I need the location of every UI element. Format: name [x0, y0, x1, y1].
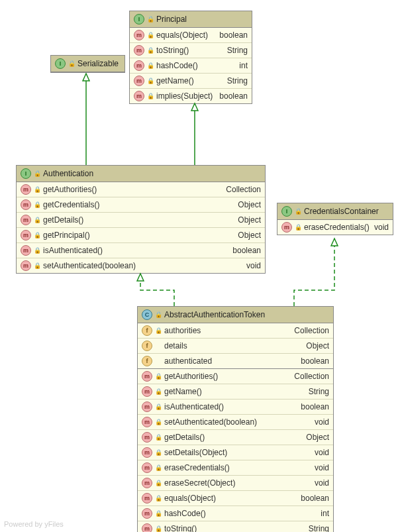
class-icon: C: [142, 309, 152, 320]
member-type: Object: [306, 433, 329, 442]
method-icon: m: [142, 523, 152, 532]
member-row: m 🔒 hashCode() int: [130, 58, 252, 74]
method-icon: m: [142, 386, 152, 397]
member-name: authorities: [164, 326, 291, 335]
member-name: equals(Object): [164, 494, 298, 503]
class-name: AbstractAuthenticationToken: [164, 310, 265, 319]
member-type: boolean: [219, 91, 248, 101]
member-row: m 🔒 eraseCredentials() void: [138, 460, 333, 476]
method-icon: m: [21, 184, 31, 195]
lock-icon: 🔒: [147, 32, 154, 38]
member-type: Object: [238, 215, 261, 225]
class-header: C 🔒 AbstractAuthenticationToken: [138, 307, 333, 323]
method-icon: m: [142, 478, 152, 488]
class-header: I 🔒 Serializable: [51, 56, 125, 72]
member-row: m 🔒 getName() String: [138, 384, 333, 399]
lock-icon: 🔒: [34, 247, 40, 254]
member-type: boolean: [301, 494, 329, 503]
class-name: Principal: [156, 15, 187, 24]
method-icon: m: [142, 401, 152, 412]
lock-icon: 🔒: [147, 16, 154, 23]
member-type: void: [246, 261, 261, 270]
class-serializable[interactable]: I 🔒 Serializable: [50, 55, 125, 73]
member-row: m 🔒 toString() String: [138, 521, 333, 532]
member-row: m 🔒 toString() String: [130, 43, 252, 58]
member-name: getName(): [156, 76, 225, 85]
member-row: m 🔒 getPrincipal() Object: [17, 228, 265, 243]
member-type: String: [227, 76, 248, 85]
lock-icon: 🔒: [155, 525, 162, 532]
lock-icon: 🔒: [155, 449, 162, 456]
member-name: toString(): [164, 524, 306, 532]
member-name: isAuthenticated(): [43, 246, 230, 255]
lock-icon: 🔒: [295, 224, 301, 231]
lock-icon: 🔒: [155, 373, 162, 380]
member-name: setAuthenticated(boolean): [43, 261, 244, 270]
interface-icon: I: [134, 14, 144, 25]
lock-icon: 🔒: [155, 495, 162, 502]
lock-icon: 🔒: [155, 419, 162, 425]
member-type: void: [315, 463, 329, 472]
member-type: void: [315, 448, 329, 457]
member-type: boolean: [301, 402, 329, 411]
method-icon: m: [134, 60, 144, 71]
member-type: String: [309, 524, 329, 532]
member-row: f authenticated boolean: [138, 354, 333, 368]
member-type: int: [239, 61, 248, 70]
class-abstractauthenticationtoken[interactable]: C 🔒 AbstractAuthenticationToken f 🔒 auth…: [137, 306, 334, 532]
method-icon: m: [142, 462, 152, 473]
member-name: getName(): [164, 387, 306, 396]
member-row: m 🔒 getAuthorities() Collection: [138, 369, 333, 384]
interface-icon: I: [281, 206, 292, 217]
member-name: isAuthenticated(): [164, 402, 298, 411]
member-name: authenticated: [164, 356, 298, 366]
method-icon: m: [142, 371, 152, 382]
member-row: m 🔒 setAuthenticated(boolean) void: [17, 258, 265, 273]
member-type: String: [227, 46, 248, 55]
member-row: f details Object: [138, 339, 333, 354]
lock-icon: 🔒: [34, 201, 40, 208]
member-type: int: [321, 509, 329, 518]
member-name: eraseCredentials(): [304, 223, 372, 232]
lock-icon: 🔒: [34, 217, 40, 223]
lock-icon: 🔒: [34, 262, 40, 269]
member-name: toString(): [156, 46, 225, 55]
field-icon: f: [142, 341, 152, 351]
class-name: Authentication: [43, 169, 93, 178]
method-icon: m: [21, 260, 31, 271]
member-row: m 🔒 isAuthenticated() boolean: [138, 399, 333, 415]
lock-icon: 🔒: [147, 78, 154, 84]
method-icon: m: [21, 245, 31, 256]
class-authentication[interactable]: I 🔒 Authentication m 🔒 getAuthorities() …: [16, 165, 266, 274]
member-type: Object: [238, 231, 261, 240]
class-header: I 🔒 Principal: [130, 11, 252, 28]
interface-icon: I: [21, 168, 31, 179]
member-name: eraseSecret(Object): [164, 478, 312, 488]
lock-icon: 🔒: [155, 311, 162, 318]
member-row: m 🔒 equals(Object) boolean: [130, 28, 252, 43]
lock-icon: 🔒: [155, 327, 162, 334]
member-name: getAuthorities(): [43, 185, 223, 194]
member-type: void: [315, 478, 329, 488]
member-name: getPrincipal(): [43, 231, 235, 240]
member-type: boolean: [232, 246, 261, 255]
method-icon: m: [134, 91, 144, 101]
lock-icon: 🔒: [147, 47, 154, 54]
class-header: I 🔒 Authentication: [17, 166, 265, 182]
member-row: m 🔒 eraseCredentials() void: [277, 220, 393, 235]
class-principal[interactable]: I 🔒 Principal m 🔒 equals(Object) boolean…: [129, 11, 252, 104]
member-row: m 🔒 setAuthenticated(boolean) void: [138, 415, 333, 430]
member-row: f 🔒 authorities Collection: [138, 323, 333, 339]
class-credentialscontainer[interactable]: I 🔒 CredentialsContainer m 🔒 eraseCreden…: [277, 203, 393, 235]
field-icon: f: [142, 325, 152, 336]
member-name: getCredentials(): [43, 200, 235, 209]
lock-icon: 🔒: [155, 510, 162, 517]
member-name: hashCode(): [156, 61, 236, 70]
lock-icon: 🔒: [34, 186, 40, 193]
lock-icon: 🔒: [34, 170, 40, 177]
lock-icon: 🔒: [68, 60, 75, 67]
member-row: m 🔒 hashCode() int: [138, 506, 333, 521]
member-type: Collection: [294, 372, 329, 381]
method-icon: m: [142, 447, 152, 458]
member-row: m 🔒 getDetails() Object: [138, 430, 333, 445]
